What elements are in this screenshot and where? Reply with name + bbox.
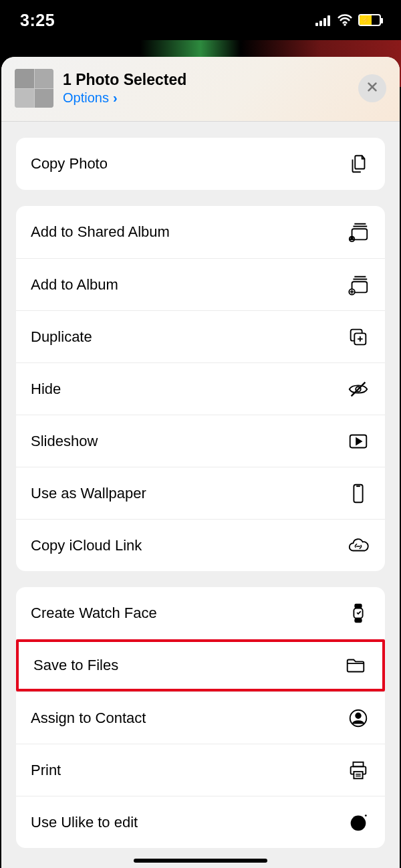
row-label: Create Watch Face <box>31 605 157 622</box>
print-row[interactable]: Print <box>16 744 385 796</box>
svg-rect-31 <box>353 762 363 766</box>
row-label: Duplicate <box>31 328 92 346</box>
selection-title: 1 Photo Selected <box>63 71 358 89</box>
hide-row[interactable]: Hide <box>16 362 385 415</box>
svg-rect-33 <box>354 771 362 778</box>
copy-photo-row[interactable]: Copy Photo <box>16 138 385 190</box>
row-label: Copy Photo <box>31 155 108 173</box>
hide-icon <box>346 377 370 401</box>
row-label: Use Ulike to edit <box>31 814 138 831</box>
row-label: Add to Shared Album <box>31 223 170 241</box>
chevron-right-icon: › <box>113 90 118 106</box>
wifi-icon <box>337 11 353 30</box>
status-bar: 3:25 ⚡ <box>0 0 401 40</box>
selected-photo-thumbnail[interactable] <box>15 69 53 108</box>
svg-line-21 <box>352 382 366 396</box>
shared-album-icon <box>346 220 370 244</box>
options-label: Options <box>63 90 109 106</box>
svg-rect-3 <box>327 15 330 26</box>
contact-icon <box>346 706 370 730</box>
row-label: Save to Files <box>33 657 118 674</box>
sheet-header: 1 Photo Selected Options › <box>1 57 400 122</box>
add-shared-album-row[interactable]: Add to Shared Album <box>16 206 385 258</box>
row-label: Add to Album <box>31 276 118 294</box>
slideshow-icon <box>346 429 370 453</box>
slideshow-row[interactable]: Slideshow <box>16 415 385 467</box>
save-to-files-row[interactable]: Save to Files <box>16 639 385 691</box>
assign-contact-row[interactable]: Assign to Contact <box>16 691 385 744</box>
watch-icon <box>346 601 370 625</box>
copy-doc-icon <box>346 152 370 176</box>
ulike-row[interactable]: Use Ulike to edit <box>16 796 385 848</box>
svg-point-36 <box>351 815 366 831</box>
battery-icon: ⚡ <box>358 14 381 26</box>
wallpaper-icon <box>346 481 370 506</box>
row-label: Print <box>31 762 61 779</box>
row-label: Copy iCloud Link <box>31 537 142 554</box>
svg-point-37 <box>365 815 367 817</box>
watch-face-row[interactable]: Create Watch Face <box>16 587 385 639</box>
print-icon <box>346 758 370 782</box>
duplicate-icon <box>346 325 370 349</box>
add-album-icon <box>346 273 370 297</box>
row-label: Slideshow <box>31 433 98 450</box>
home-indicator[interactable] <box>134 859 267 863</box>
options-link[interactable]: Options › <box>63 90 118 106</box>
close-button[interactable] <box>358 74 386 102</box>
share-sheet: 1 Photo Selected Options › Copy Photo Ad… <box>1 57 400 868</box>
status-time: 3:25 <box>20 11 55 30</box>
icloud-link-icon <box>346 534 370 558</box>
svg-rect-2 <box>323 18 326 26</box>
cellular-signal-icon <box>315 11 331 30</box>
row-label: Assign to Contact <box>31 710 146 727</box>
svg-rect-27 <box>355 619 361 623</box>
svg-point-4 <box>344 23 346 26</box>
action-group-1: Copy Photo <box>16 138 385 190</box>
add-album-row[interactable]: Add to Album <box>16 258 385 310</box>
wallpaper-row[interactable]: Use as Wallpaper <box>16 467 385 519</box>
svg-rect-1 <box>319 21 322 26</box>
action-group-3: Create Watch Face Save to Files Assign t… <box>16 587 385 848</box>
actions-content: Copy Photo Add to Shared Album Add to Al… <box>1 138 400 848</box>
status-indicators: ⚡ <box>315 11 381 30</box>
action-group-2: Add to Shared Album Add to Album Duplica… <box>16 206 385 571</box>
row-label: Hide <box>31 381 61 398</box>
svg-point-30 <box>356 713 361 718</box>
folder-icon <box>344 653 368 677</box>
icloud-link-row[interactable]: Copy iCloud Link <box>16 519 385 571</box>
svg-rect-0 <box>315 23 318 26</box>
svg-rect-23 <box>354 484 362 502</box>
svg-rect-26 <box>355 605 361 608</box>
row-label: Use as Wallpaper <box>31 485 146 502</box>
ulike-icon <box>346 810 370 835</box>
close-icon <box>366 81 378 96</box>
duplicate-row[interactable]: Duplicate <box>16 310 385 362</box>
